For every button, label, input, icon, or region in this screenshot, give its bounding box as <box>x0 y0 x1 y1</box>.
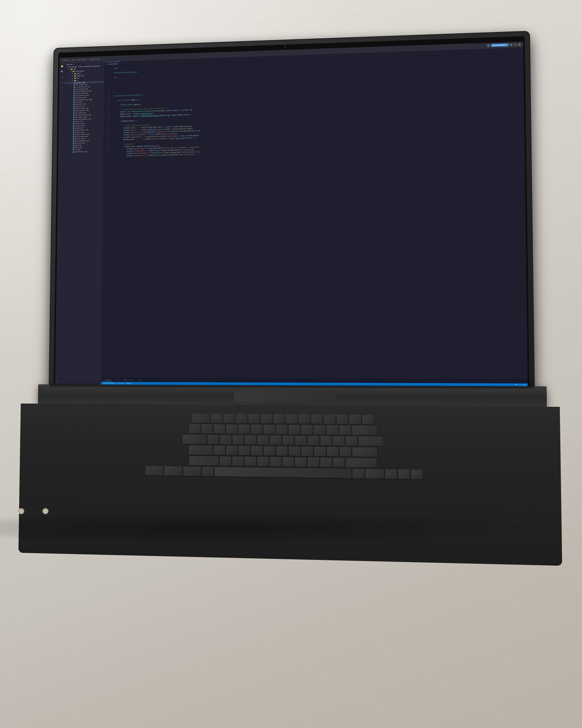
tree-file-label: DomainUpdate.php <box>75 110 89 112</box>
key-2 <box>214 424 225 434</box>
file-status-dot <box>73 136 74 137</box>
tree-file-label: HeartbeatCreate.php <box>75 114 91 116</box>
key-rshift <box>346 458 377 468</box>
key-capslock <box>189 445 213 455</box>
tree-file-label: MonitorUpdate.php <box>75 140 89 142</box>
structure-icon[interactable]: ☰ <box>56 380 59 383</box>
key-1 <box>201 424 213 434</box>
add-configuration-button[interactable]: Add Configuration... <box>491 43 509 47</box>
tree-folder-label: 📁 admin <box>74 73 81 75</box>
key-cmd-r <box>353 469 364 478</box>
key-ctrl <box>164 466 182 476</box>
tree-folder-label: 📁 api <box>74 77 79 79</box>
file-status-dot <box>73 108 75 109</box>
breadcrumb-sep-2: › <box>75 59 76 61</box>
tab-git[interactable]: ⎇ Git <box>115 378 121 382</box>
breadcrumb-part-1: 1tuptime <box>62 59 69 61</box>
tab-problems[interactable]: ⚠ Problems <box>103 378 112 382</box>
tab-file-icon: ● <box>106 63 107 65</box>
file-status-dot <box>73 112 75 114</box>
key-up-down <box>398 469 410 479</box>
key-m <box>295 457 306 467</box>
run-debug-icon[interactable]: ▶ <box>60 81 64 84</box>
project-label: Project <box>66 64 73 66</box>
file-status-dot <box>73 149 74 151</box>
file-status-dot <box>74 89 75 90</box>
file-status-dot <box>73 125 74 127</box>
file-tree[interactable]: ▼ 11tuptime /Library/WebServer/Document … <box>60 65 104 385</box>
tree-file-label: Domains.php <box>75 106 84 107</box>
tree-file-label: AccountPlan.php <box>75 93 88 95</box>
tree-file-label: LostPassword.php <box>75 129 88 131</box>
file-status-dot <box>74 93 75 94</box>
key-f8 <box>299 414 310 424</box>
code-editor[interactable]: <?php namespace Altum\Controllers; use .… <box>108 52 528 379</box>
tree-file-label: MonitorCreate.php <box>75 133 89 135</box>
key-f2 <box>223 414 234 423</box>
folder-arrow-icon: ▼ <box>69 69 71 70</box>
tab-close-icon[interactable]: × <box>118 63 119 65</box>
file-status-dot <box>73 121 75 122</box>
key-w <box>220 435 231 444</box>
tree-folder-label: 📁 app <box>71 68 76 70</box>
explorer-icon[interactable]: 📁 <box>60 64 64 68</box>
tab-terminal[interactable]: ⬛ Terminal <box>123 378 134 382</box>
editor-main: 12345 678910 1112131415 1617181920 21222… <box>101 52 528 379</box>
key-g <box>264 446 275 456</box>
breadcrumb-sep-3: › <box>88 58 89 60</box>
key-esc <box>192 414 210 423</box>
key-s <box>226 446 237 455</box>
file-status-dot <box>73 134 74 135</box>
debug-icon[interactable]: ⬛ <box>514 43 517 46</box>
tab-todo[interactable]: ☑ TODO <box>136 378 142 382</box>
file-status-dot <box>73 102 75 103</box>
key-f1 <box>211 414 222 423</box>
key-f9 <box>311 415 323 424</box>
folder-open-icon: ▼ <box>71 71 72 72</box>
search-icon[interactable]: 🔍 <box>60 70 64 73</box>
tree-file-label: DomainCreate.php <box>75 107 89 109</box>
sidebar: Project ▼ ▼ 11tuptime /Library/WebServer… <box>60 61 105 385</box>
file-status-dot <box>74 97 75 99</box>
folder-collapsed-icon: ▶ <box>72 80 74 82</box>
user-icon[interactable]: 👤 <box>487 44 490 47</box>
key-4 <box>239 425 250 434</box>
extensions-icon[interactable]: ⊞ <box>60 86 63 89</box>
key-z <box>220 457 231 466</box>
folder-collapsed-icon: ▶ <box>72 73 74 75</box>
key-quote <box>339 447 351 457</box>
key-f5 <box>261 414 272 423</box>
tab-account-php[interactable]: ● Account.php × <box>105 61 121 66</box>
camera-dot <box>284 46 286 48</box>
tree-file-label: Account.php <box>75 82 85 83</box>
tree-file-label: AccountPayments.php <box>75 90 91 93</box>
tree-file-label: Dashboard.php <box>75 103 86 105</box>
key-8 <box>288 425 300 434</box>
tree-file-label: Heartbeat.php <box>75 112 86 114</box>
desk-screw-left <box>18 508 24 514</box>
file-status-dot <box>74 95 75 97</box>
key-f4 <box>248 414 260 423</box>
keyboard-keys <box>48 413 529 480</box>
run-icon[interactable]: ▶ <box>510 43 512 46</box>
tree-file-label: Pay.php <box>75 149 81 151</box>
key-7 <box>276 425 287 434</box>
screen-bezel: 1tuptime › app › controllers › Account.p… <box>54 36 529 388</box>
file-status-dot <box>73 106 75 107</box>
breadcrumb-part-2: app <box>72 59 75 61</box>
todo-label: ☑ TODO <box>137 379 142 381</box>
tree-file-label: AccountLogs.php <box>75 88 88 90</box>
php-version: PHP: 7.4 14:1 <box>515 384 526 386</box>
key-slash <box>333 458 345 467</box>
key-tab <box>183 435 206 444</box>
settings-icon[interactable]: ⚙ <box>518 43 521 46</box>
tree-file-label: Monitors.php <box>75 138 85 140</box>
file-status-dot <box>74 91 75 92</box>
editor-wrapper: ● Account.php × 12345 678910 1 <box>101 47 528 387</box>
tree-file-label: MonitorLogs.php <box>75 136 87 138</box>
file-status-dot <box>73 132 74 133</box>
key-left <box>385 469 397 479</box>
git-icon[interactable]: ⎇ <box>60 75 64 79</box>
key-p <box>321 436 332 445</box>
file-status-dot <box>73 104 75 105</box>
